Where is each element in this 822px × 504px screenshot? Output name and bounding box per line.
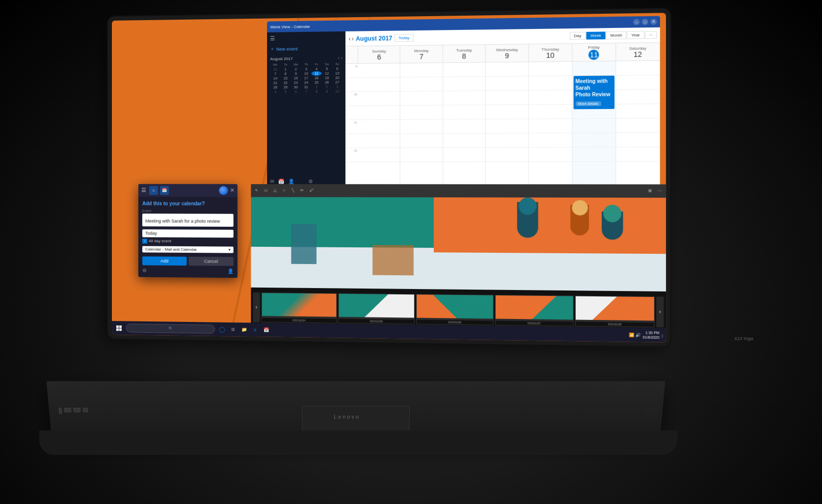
mini-prev-arrow[interactable]: ‹ <box>338 55 340 60</box>
next-photo-button[interactable]: › <box>656 296 663 327</box>
cursor-tool[interactable]: ↖ <box>253 186 261 194</box>
mini-date-today[interactable]: 11 <box>311 71 321 76</box>
maximize-button[interactable]: □ <box>642 19 648 26</box>
pen-tool[interactable]: 🖊 <box>307 186 316 194</box>
mini-date[interactable]: 10 <box>332 89 343 94</box>
calendar-event[interactable]: Meeting with SarahPhoto Review More deta… <box>573 76 614 109</box>
mini-date[interactable]: 13 <box>332 71 343 76</box>
mini-date[interactable]: 8 <box>311 89 321 94</box>
settings-icon[interactable]: ⚙ <box>309 179 313 184</box>
mini-next-arrow[interactable]: › <box>341 55 343 60</box>
new-event-button[interactable]: ＋ New event <box>270 45 342 53</box>
mini-date[interactable]: 17 <box>301 76 311 80</box>
today-button[interactable]: Today <box>395 34 414 42</box>
mini-date[interactable]: 29 <box>280 85 291 89</box>
photo-thumbnail-2[interactable]: DSCN1235 <box>338 293 415 324</box>
line-tool[interactable]: ╲ <box>289 186 297 194</box>
cortana-close-button[interactable]: ✕ <box>230 187 235 193</box>
mini-date[interactable]: 3 <box>301 67 311 71</box>
mini-date[interactable]: 23 <box>291 80 301 85</box>
photo-thumbnail-4[interactable]: DSCN1237 <box>495 295 574 326</box>
grid-tool[interactable]: ⊞ <box>645 187 654 195</box>
cortana-settings-icon[interactable]: ⚙ <box>142 267 147 273</box>
all-day-checkbox[interactable]: ✓ <box>142 239 147 243</box>
prev-photo-button[interactable]: ‹ <box>253 292 260 322</box>
taskbar-search-box[interactable]: 🔍 <box>126 323 215 334</box>
mini-date[interactable]: 14 <box>270 76 280 80</box>
mini-date[interactable]: 12 <box>322 71 332 76</box>
people-icon[interactable]: 👤 <box>288 179 294 184</box>
circle-tool[interactable]: ○ <box>280 186 288 194</box>
mini-date[interactable]: 31 <box>270 67 280 72</box>
mini-date[interactable]: 5 <box>322 67 332 71</box>
cortana-cal-icon[interactable]: 📅 <box>160 186 169 195</box>
mini-date[interactable]: 9 <box>322 89 332 94</box>
month-view-button[interactable]: Month <box>606 31 627 39</box>
start-button[interactable] <box>113 322 124 333</box>
cal-next-button[interactable]: › <box>352 35 354 42</box>
triangle-tool[interactable]: △ <box>271 186 279 194</box>
mini-date[interactable]: 2 <box>291 67 301 72</box>
mini-date[interactable]: 1 <box>280 67 291 72</box>
mini-date[interactable]: 26 <box>322 80 332 85</box>
mini-date[interactable]: 18 <box>311 76 321 80</box>
more-details-button[interactable]: More details <box>576 102 601 106</box>
mini-date[interactable]: 19 <box>322 76 332 80</box>
day-view-button[interactable]: Day <box>570 32 586 40</box>
mini-date[interactable]: 7 <box>270 72 280 76</box>
close-button[interactable]: ✕ <box>650 19 657 25</box>
minimize-button[interactable]: – <box>633 19 639 26</box>
add-event-button[interactable]: Add <box>142 256 186 265</box>
mini-date[interactable]: 4 <box>270 90 280 94</box>
year-view-button[interactable]: Year <box>627 31 644 39</box>
cortana-user-icon[interactable]: 👤 <box>228 268 234 274</box>
mini-date[interactable]: 6 <box>291 89 301 94</box>
taskbar-clock[interactable]: 1:30 PM 01/8/2020 <box>643 330 660 340</box>
mini-date[interactable]: 10 <box>301 72 311 76</box>
taskbar-cortana-icon[interactable]: ◯ <box>217 324 227 334</box>
mini-date[interactable]: 27 <box>332 80 343 84</box>
mini-date[interactable]: 24 <box>301 80 311 85</box>
cortana-calendar-dropdown[interactable]: Calendar - Mail and Calendar ▾ <box>142 246 234 253</box>
cal-prev-button[interactable]: ‹ <box>348 35 350 42</box>
cortana-hamburger-icon[interactable]: ☰ <box>141 187 146 193</box>
taskbar-edge-icon[interactable]: e <box>250 325 260 335</box>
mini-date[interactable]: 3 <box>332 85 343 89</box>
photo-thumbnail-3[interactable]: DSCN1236 <box>416 294 494 325</box>
mini-date[interactable]: 31 <box>301 85 311 89</box>
mini-date[interactable]: 7 <box>301 89 311 94</box>
cortana-home-icon[interactable]: ⌂ <box>149 186 158 195</box>
mini-date[interactable]: 1 <box>311 85 321 89</box>
mini-date[interactable]: 2 <box>322 85 332 89</box>
cancel-event-button[interactable]: Cancel <box>188 257 233 266</box>
hamburger-icon[interactable]: ☰ <box>270 35 275 42</box>
mini-date[interactable]: 21 <box>270 80 280 85</box>
mini-date[interactable]: 8 <box>280 72 291 76</box>
mail-icon[interactable]: ✉ <box>270 179 274 184</box>
calendar-icon[interactable]: 📅 <box>278 179 284 184</box>
mini-date[interactable]: 16 <box>291 76 301 80</box>
more-tools[interactable]: ⋯ <box>655 187 664 195</box>
mini-date[interactable]: 20 <box>332 76 343 80</box>
taskbar-file-explorer-icon[interactable]: 📁 <box>239 324 249 335</box>
photo-thumbnail-1[interactable]: DSCN1234 <box>262 292 337 323</box>
mini-date[interactable]: 4 <box>311 67 321 71</box>
taskbar-task-view-icon[interactable]: ⧉ <box>228 324 238 334</box>
week-view-button[interactable]: Week <box>586 32 605 40</box>
mini-date[interactable]: 15 <box>280 76 291 80</box>
mini-date[interactable]: 5 <box>280 90 291 94</box>
more-view-button[interactable]: ··· <box>645 31 657 39</box>
mini-date[interactable]: 22 <box>280 80 291 85</box>
mini-date[interactable]: 30 <box>291 85 301 89</box>
mini-date[interactable]: 25 <box>311 80 321 85</box>
cortana-date-box[interactable]: Today <box>142 229 234 238</box>
mini-date[interactable]: 9 <box>291 72 301 76</box>
show-desktop-button[interactable]: | <box>662 333 663 337</box>
pencil-tool[interactable]: ✏ <box>298 186 306 194</box>
network-icon[interactable]: 📶 <box>629 332 634 337</box>
photo-thumbnail-5[interactable]: DSCN1238 <box>575 295 655 327</box>
mini-date[interactable]: 6 <box>332 67 343 71</box>
rectangle-tool[interactable]: ▭ <box>262 186 270 194</box>
taskbar-calendar-app-icon[interactable]: 📅 <box>261 325 271 335</box>
mini-date[interactable]: 28 <box>270 85 280 90</box>
